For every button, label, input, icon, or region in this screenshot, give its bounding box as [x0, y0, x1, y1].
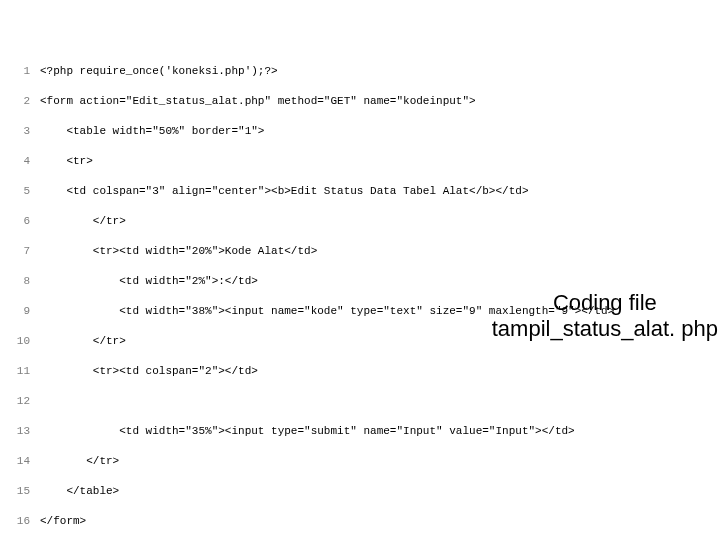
code-line: 2<form action="Edit_status_alat.php" met… [4, 94, 716, 109]
code-line: 3 <table width="50%" border="1"> [4, 124, 716, 139]
line-number: 15 [4, 484, 40, 499]
code-text: <tr> [40, 155, 93, 167]
code-text: <table width="50%" border="1"> [40, 125, 264, 137]
line-number: 12 [4, 394, 40, 409]
line-number: 2 [4, 94, 40, 109]
code-line: 12 [4, 394, 716, 409]
code-text: </tr> [40, 335, 126, 347]
code-text: </form> [40, 515, 86, 527]
line-number: 7 [4, 244, 40, 259]
code-line: 5 <td colspan="3" align="center"><b>Edit… [4, 184, 716, 199]
code-line: 1<?php require_once('koneksi.php');?> [4, 64, 716, 79]
code-text: </table> [40, 485, 119, 497]
code-text: <td width="2%">:</td> [40, 275, 258, 287]
code-text: <tr><td width="20%">Kode Alat</td> [40, 245, 317, 257]
annotation-line1: Coding file [553, 290, 657, 315]
line-number: 4 [4, 154, 40, 169]
code-line: 8 <td width="2%">:</td> [4, 274, 716, 289]
line-number: 14 [4, 454, 40, 469]
code-text: <tr><td colspan="2"></td> [40, 365, 258, 377]
line-number: 3 [4, 124, 40, 139]
code-line: 16</form> [4, 514, 716, 529]
line-number: 9 [4, 304, 40, 319]
line-number: 11 [4, 364, 40, 379]
code-line: 7 <tr><td width="20%">Kode Alat</td> [4, 244, 716, 259]
code-text: </tr> [40, 455, 119, 467]
code-line: 15 </table> [4, 484, 716, 499]
line-number: 13 [4, 424, 40, 439]
code-text: <?php require_once('koneksi.php');?> [40, 65, 278, 77]
code-line: 4 <tr> [4, 154, 716, 169]
code-line: 11 <tr><td colspan="2"></td> [4, 364, 716, 379]
line-number: 6 [4, 214, 40, 229]
code-line: 14 </tr> [4, 454, 716, 469]
slide-annotation: Coding file tampil_status_alat. php [492, 290, 718, 342]
code-text: <td colspan="3" align="center"><b>Edit S… [40, 185, 528, 197]
line-number: 1 [4, 64, 40, 79]
code-line: 13 <td width="35%"><input type="submit" … [4, 424, 716, 439]
code-line: 6 </tr> [4, 214, 716, 229]
line-number: 8 [4, 274, 40, 289]
code-text: </tr> [40, 215, 126, 227]
code-text: <form action="Edit_status_alat.php" meth… [40, 95, 476, 107]
line-number: 10 [4, 334, 40, 349]
line-number: 5 [4, 184, 40, 199]
line-number: 16 [4, 514, 40, 529]
code-text: <td width="35%"><input type="submit" nam… [40, 425, 575, 437]
annotation-line2: tampil_status_alat. php [492, 316, 718, 341]
